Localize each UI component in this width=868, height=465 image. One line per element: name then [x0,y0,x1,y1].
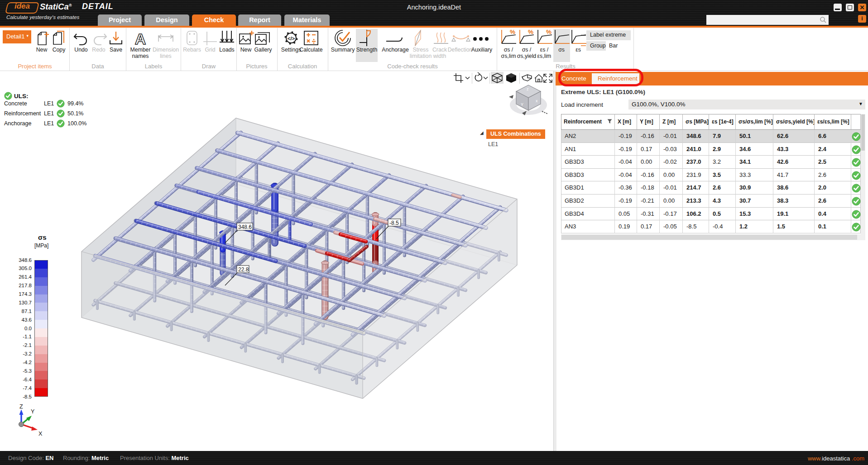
svg-text:</>: </> [288,36,295,41]
svg-text:z: z [527,87,529,91]
svg-text:22.8: 22.8 [238,266,249,273]
svg-text:Z: Z [19,404,23,410]
svg-text:Y: Y [521,102,523,107]
svg-text:X: X [38,431,43,437]
svg-text:%: % [528,29,533,35]
svg-text:A: A [135,31,146,46]
svg-text:-8.5: -8.5 [389,220,399,226]
svg-text:Y: Y [31,408,35,415]
svg-text:x: x [536,99,538,103]
svg-text:%: % [510,29,515,35]
svg-text:348.6: 348.6 [238,224,252,230]
svg-text:%: % [546,29,551,35]
